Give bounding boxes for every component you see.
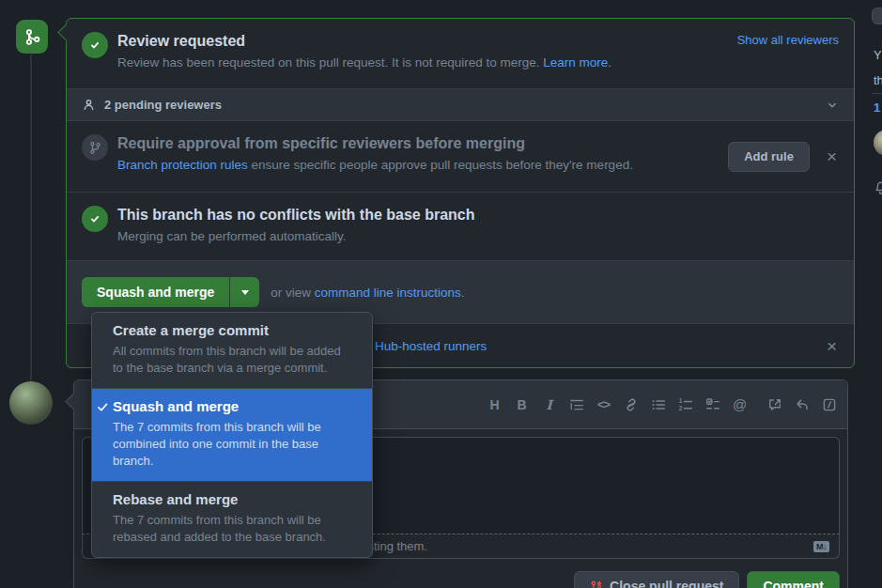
git-merge-timeline-icon	[16, 20, 48, 54]
bell-icon[interactable]	[874, 180, 882, 195]
clipped-text: th	[874, 73, 882, 87]
heading-icon[interactable]: H	[484, 394, 505, 415]
no-conflicts-section: This branch has no conflicts with the ba…	[67, 193, 854, 261]
squash-and-merge-button[interactable]: Squash and merge	[82, 277, 229, 307]
no-conflicts-description: Merging can be performed automatically.	[117, 228, 839, 244]
menu-item-rebase-and-merge[interactable]: Rebase and merge The 7 commits from this…	[92, 482, 372, 557]
menu-item-squash-and-merge[interactable]: Squash and merge The 7 commits from this…	[92, 389, 372, 482]
slash-command-icon[interactable]	[818, 394, 840, 415]
markdown-icon[interactable]: M↓	[813, 541, 829, 552]
clipped-text: Y	[874, 48, 882, 62]
branch-protection-section: Require approval from specific reviewers…	[67, 121, 854, 193]
task-list-icon[interactable]	[702, 394, 723, 415]
branch-protection-title: Require approval from specific reviewers…	[117, 135, 719, 152]
branch-protection-rules-link[interactable]: Branch protection rules	[117, 158, 248, 172]
dismiss-banner-icon[interactable]: ×	[825, 335, 839, 357]
unordered-list-icon[interactable]	[647, 394, 669, 415]
merge-options-menu: Create a merge commit All commits from t…	[91, 312, 373, 558]
mention-icon[interactable]: @	[729, 394, 750, 415]
branch-protection-description: ensure specific people approve pull requ…	[248, 158, 633, 172]
hosted-runners-link[interactable]: Hub-hosted runners	[375, 339, 487, 353]
code-icon[interactable]: <>	[593, 394, 614, 415]
pending-reviewers-row[interactable]: 2 pending reviewers	[67, 88, 854, 121]
chevron-down-icon	[826, 99, 839, 112]
clipped-button[interactable]	[872, 8, 882, 24]
close-pull-request-button[interactable]: Close pull request	[574, 571, 739, 588]
bold-icon[interactable]: B	[511, 394, 533, 415]
command-line-instructions-link[interactable]: command line instructions	[315, 286, 461, 300]
avatar	[874, 130, 882, 156]
review-requested-description: Review has been requested on this pull r…	[117, 55, 543, 70]
show-all-reviewers-link[interactable]: Show all reviewers	[737, 33, 839, 47]
italic-icon[interactable]: I	[538, 394, 560, 415]
clipped-link[interactable]: 1	[874, 101, 880, 115]
no-conflicts-title: This branch has no conflicts with the ba…	[117, 207, 839, 224]
svg-text:1: 1	[678, 397, 682, 404]
reply-icon[interactable]	[791, 394, 812, 415]
dismiss-protection-icon[interactable]: ×	[825, 146, 839, 167]
success-check-icon	[82, 32, 108, 58]
timeline-line	[30, 54, 32, 381]
comment-button[interactable]: Comment	[747, 571, 840, 588]
period-text: .	[461, 286, 465, 300]
squash-and-merge-split-button: Squash and merge	[82, 277, 259, 307]
or-view-text: or view	[271, 286, 315, 300]
divider	[872, 93, 882, 94]
menu-item-create-merge-commit[interactable]: Create a merge commit All commits from t…	[92, 313, 372, 389]
svg-text:2: 2	[678, 404, 682, 410]
check-icon	[97, 401, 109, 413]
link-icon[interactable]	[620, 394, 642, 415]
review-requested-section: Review requested Show all reviewers Revi…	[67, 19, 854, 88]
review-requested-title: Review requested	[117, 33, 245, 50]
pull-request-page: Review requested Show all reviewers Revi…	[0, 0, 882, 588]
quote-icon[interactable]	[565, 394, 587, 415]
person-icon	[82, 98, 96, 112]
merge-options-toggle[interactable]	[229, 277, 259, 307]
pr-closed-icon	[590, 580, 603, 588]
success-check-icon	[82, 206, 108, 232]
git-branch-icon	[82, 134, 108, 161]
right-rail-clipped: Y th 1	[872, 0, 882, 588]
caret-down-icon	[241, 290, 249, 295]
cross-reference-icon[interactable]	[764, 394, 785, 415]
add-rule-button[interactable]: Add rule	[728, 142, 810, 172]
pending-reviewers-label: 2 pending reviewers	[104, 98, 222, 112]
learn-more-link[interactable]: Learn more.	[543, 55, 611, 70]
ordered-list-icon[interactable]: 12	[674, 394, 696, 415]
avatar	[9, 381, 53, 425]
